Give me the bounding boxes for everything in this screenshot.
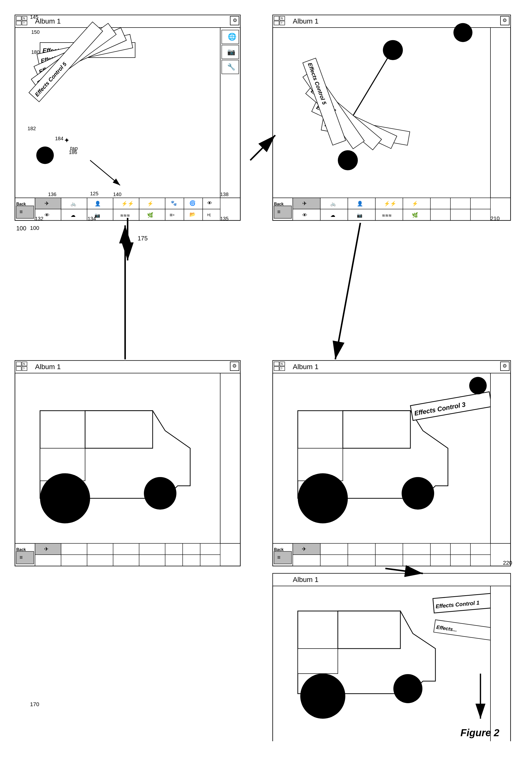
svg-rect-137 xyxy=(470,198,490,209)
svg-text:≋≋≋: ≋≋≋ xyxy=(120,213,130,218)
svg-rect-113 xyxy=(274,206,292,218)
svg-text:?: ? xyxy=(23,21,24,24)
svg-text:H|: H| xyxy=(207,213,211,217)
svg-rect-211 xyxy=(320,543,348,555)
svg-text:170: 170 xyxy=(30,701,39,708)
svg-text:🔧: 🔧 xyxy=(227,63,236,71)
svg-text:135: 135 xyxy=(220,216,229,221)
svg-rect-213 xyxy=(375,543,403,555)
panel-100: N ? Album 1 ⚙ 145 Effects Control 1 Ef xyxy=(15,14,240,231)
svg-text:Album 1: Album 1 xyxy=(293,17,319,25)
svg-text:Album 1: Album 1 xyxy=(293,576,319,584)
svg-marker-196 xyxy=(343,411,410,448)
svg-text:⚙: ⚙ xyxy=(502,363,507,369)
svg-rect-212 xyxy=(348,543,375,555)
svg-text:⚡: ⚡ xyxy=(147,200,154,207)
svg-rect-176 xyxy=(165,543,183,555)
svg-point-21 xyxy=(36,146,54,164)
ref-100-label: 100 xyxy=(16,225,26,232)
svg-text:Back: Back xyxy=(274,202,284,206)
svg-rect-73 xyxy=(203,209,220,220)
svg-text:⚡⚡: ⚡⚡ xyxy=(384,200,396,207)
svg-text:⚡: ⚡ xyxy=(412,200,418,207)
panel-210: N ? Album 1 ⚙ Effects Control 1 xyxy=(273,15,511,222)
svg-rect-215 xyxy=(293,555,320,566)
svg-text:N: N xyxy=(281,362,283,365)
svg-text:?: ? xyxy=(281,21,282,24)
svg-text:138: 138 xyxy=(220,192,229,197)
svg-text:✦: ✦ xyxy=(64,136,70,144)
svg-text:210: 210 xyxy=(490,215,500,222)
svg-rect-138 xyxy=(431,209,450,220)
svg-rect-178 xyxy=(200,543,220,555)
svg-text:✈: ✈ xyxy=(302,200,307,207)
svg-rect-185 xyxy=(274,362,279,366)
svg-rect-217 xyxy=(348,555,375,566)
svg-point-198 xyxy=(298,473,348,523)
svg-rect-223 xyxy=(431,555,450,566)
svg-point-234 xyxy=(300,674,345,719)
svg-rect-207 xyxy=(274,551,292,564)
svg-rect-85 xyxy=(274,16,279,20)
svg-text:☁: ☁ xyxy=(70,212,75,218)
svg-text:Back: Back xyxy=(274,547,284,552)
svg-text:N: N xyxy=(23,362,25,365)
svg-text:150: 150 xyxy=(31,29,40,35)
svg-rect-173 xyxy=(87,555,113,566)
svg-text:Album 1: Album 1 xyxy=(293,363,319,371)
svg-point-157 xyxy=(40,473,90,523)
svg-rect-181 xyxy=(200,555,220,566)
svg-text:🌿: 🌿 xyxy=(147,212,154,218)
svg-rect-203 xyxy=(490,373,511,543)
svg-rect-241 xyxy=(490,586,511,741)
svg-text:Album 1: Album 1 xyxy=(35,363,61,371)
svg-rect-171 xyxy=(35,555,61,566)
svg-point-107 xyxy=(453,23,472,42)
svg-rect-144 xyxy=(16,362,21,366)
svg-text:⚡⚡: ⚡⚡ xyxy=(121,200,134,207)
svg-text:132: 132 xyxy=(35,216,43,221)
svg-text:180: 180 xyxy=(31,49,40,55)
svg-rect-219 xyxy=(403,555,431,566)
svg-text:🚲: 🚲 xyxy=(330,201,336,207)
svg-rect-216 xyxy=(320,555,348,566)
svg-text:≡: ≡ xyxy=(277,554,281,560)
svg-rect-225 xyxy=(470,555,490,566)
svg-point-235 xyxy=(393,674,422,703)
svg-text:Back: Back xyxy=(16,547,26,552)
ref-100: 100 xyxy=(30,225,39,231)
svg-rect-218 xyxy=(375,555,403,566)
svg-point-158 xyxy=(144,477,177,510)
svg-text:🌀: 🌀 xyxy=(189,200,196,206)
svg-text:184: 184 xyxy=(55,136,63,141)
svg-rect-94 xyxy=(273,28,490,198)
panel-170: N ? Album 1 ⚙ Back xyxy=(15,361,240,708)
svg-text:≡: ≡ xyxy=(277,209,281,215)
svg-text:✈: ✈ xyxy=(44,200,49,207)
svg-text:182: 182 xyxy=(28,126,36,131)
svg-rect-147 xyxy=(16,367,21,371)
svg-rect-136 xyxy=(450,198,470,209)
svg-text:220: 220 xyxy=(503,560,512,566)
svg-rect-163 xyxy=(16,551,34,564)
svg-text:⚙: ⚙ xyxy=(232,363,237,369)
svg-text:✈: ✈ xyxy=(302,546,306,552)
svg-text:136: 136 xyxy=(48,192,56,197)
svg-rect-167 xyxy=(61,543,87,555)
svg-rect-135 xyxy=(431,198,450,209)
svg-rect-174 xyxy=(113,555,139,566)
figure-label: Figure 2 xyxy=(461,727,499,738)
svg-text:🚲: 🚲 xyxy=(70,201,76,207)
panel-100-title: Album 1 xyxy=(35,17,61,25)
panel-220: N ? Album 1 ⚙ Effects Control 3 xyxy=(273,361,512,566)
svg-text:👁: 👁 xyxy=(44,212,49,218)
ref-145: 145 xyxy=(30,14,38,20)
svg-text:186: 186 xyxy=(69,149,77,155)
svg-rect-209 xyxy=(293,543,320,555)
svg-rect-220 xyxy=(431,543,450,555)
svg-point-108 xyxy=(338,150,358,170)
svg-text:175: 175 xyxy=(138,235,148,242)
svg-text:⊞+: ⊞+ xyxy=(170,213,175,217)
svg-text:⚙: ⚙ xyxy=(502,17,507,23)
svg-rect-170 xyxy=(139,543,165,555)
